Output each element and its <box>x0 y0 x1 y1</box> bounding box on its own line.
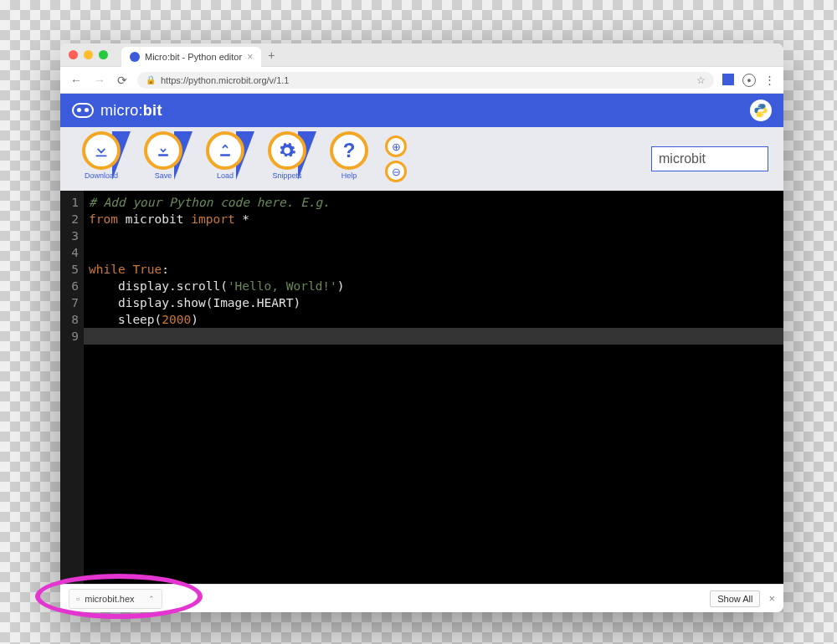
forward-button[interactable]: → <box>92 74 107 87</box>
show-all-downloads-button[interactable]: Show All <box>710 590 760 607</box>
code-editor[interactable]: 123456789 # Add your Python code here. E… <box>60 191 783 584</box>
new-tab-button[interactable]: + <box>268 49 275 62</box>
zoom-out-icon: ⊖ <box>392 166 401 178</box>
zoom-out-button[interactable]: ⊖ <box>385 161 407 182</box>
lock-icon: 🔒 <box>146 75 156 84</box>
download-button[interactable]: Download <box>70 130 132 188</box>
browser-tab[interactable]: Micro:bit - Python editor × <box>121 47 261 67</box>
snippets-button[interactable]: Snippets <box>256 130 318 188</box>
star-icon[interactable]: ☆ <box>696 74 706 86</box>
download-item[interactable]: ▫ microbit.hex ⌃ <box>69 589 162 609</box>
zoom-in-button[interactable]: ⊕ <box>385 135 407 157</box>
zoom-in-icon: ⊕ <box>392 141 401 153</box>
load-icon <box>217 142 234 159</box>
favicon-icon <box>130 52 140 62</box>
minimize-window-button[interactable] <box>84 50 93 59</box>
code-line[interactable]: display.scroll('Hello, World!') <box>89 278 783 294</box>
question-icon: ? <box>343 139 356 162</box>
extension-icon[interactable] <box>722 74 734 85</box>
app-header: micro:bit <box>60 94 783 127</box>
save-button[interactable]: Save <box>132 130 194 188</box>
python-logo-icon <box>750 100 772 121</box>
help-button[interactable]: ? Help <box>318 130 380 188</box>
close-window-button[interactable] <box>69 50 78 59</box>
script-name-input[interactable] <box>651 146 768 171</box>
code-line[interactable] <box>89 244 783 261</box>
close-download-bar-icon[interactable]: × <box>768 592 775 605</box>
profile-icon[interactable]: ● <box>742 74 756 87</box>
chevron-up-icon[interactable]: ⌃ <box>148 595 155 603</box>
code-line[interactable]: while True: <box>89 261 783 278</box>
close-tab-icon[interactable]: × <box>247 51 253 63</box>
code-line[interactable] <box>89 227 783 244</box>
code-line[interactable]: # Add your Python code here. E.g. <box>89 194 783 211</box>
back-button[interactable]: ← <box>69 74 84 87</box>
titlebar: Micro:bit - Python editor × + <box>60 43 783 67</box>
address-bar[interactable]: 🔒 https://python.microbit.org/v/1.1 ☆ <box>137 72 714 89</box>
download-icon <box>92 141 110 160</box>
brand-text: micro:bit <box>100 102 162 120</box>
window-controls <box>69 50 108 59</box>
gear-icon <box>278 141 296 160</box>
code-line[interactable]: display.show(Image.HEART) <box>89 294 783 311</box>
download-bar: ▫ microbit.hex ⌃ Show All × <box>60 584 783 612</box>
load-button[interactable]: Load <box>194 130 256 188</box>
maximize-window-button[interactable] <box>99 50 108 59</box>
toolbar: Download Save Load Snippets ? Help ⊕ ⊖ <box>60 127 783 191</box>
browser-action-icons: ● ⋮ <box>722 74 775 87</box>
address-bar-row: ← → ⟳ 🔒 https://python.microbit.org/v/1.… <box>60 67 783 94</box>
code-area[interactable]: # Add your Python code here. E.g.from mi… <box>84 191 783 584</box>
reload-button[interactable]: ⟳ <box>116 74 129 87</box>
menu-icon[interactable]: ⋮ <box>764 74 775 87</box>
code-line[interactable]: sleep(2000) <box>89 311 783 328</box>
file-icon: ▫ <box>76 593 80 605</box>
line-gutter: 123456789 <box>60 191 84 584</box>
microbit-logo-icon <box>72 103 94 118</box>
tab-title: Micro:bit - Python editor <box>145 52 242 62</box>
brand-logo[interactable]: micro:bit <box>72 102 162 120</box>
url-text: https://python.microbit.org/v/1.1 <box>161 75 691 85</box>
save-icon <box>155 142 172 159</box>
code-line[interactable]: from microbit import * <box>89 211 783 227</box>
browser-window: Micro:bit - Python editor × + ← → ⟳ 🔒 ht… <box>60 43 783 612</box>
download-filename: microbit.hex <box>85 594 134 604</box>
